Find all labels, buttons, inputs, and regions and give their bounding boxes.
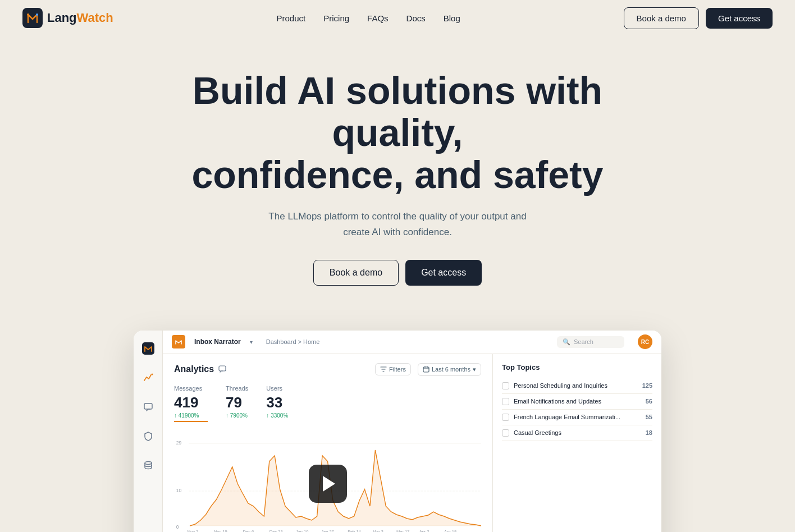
nav-product[interactable]: Product (277, 13, 306, 23)
svg-point-2 (36, 13, 38, 16)
hero-actions: Book a demo Get access (22, 260, 773, 286)
x-label-mar3: Mar 3 (373, 529, 383, 532)
x-label-apr2: Apr 2 (419, 529, 430, 532)
stats-row: Messages 419 ↑ 41900% Threads 79 ↑ 7900%… (174, 385, 481, 422)
x-label-mar17: Mar 17 (396, 529, 409, 532)
topbar-search[interactable]: 🔍 Search (557, 336, 624, 348)
nav-book-demo-button[interactable]: Book a demo (624, 7, 699, 29)
topic-count-2: 56 (646, 398, 652, 405)
x-label-apr18: Apr 18 (444, 529, 456, 532)
hero-headline: Build AI solutions with quality, confide… (173, 70, 622, 195)
nav-pricing[interactable]: Pricing (323, 13, 349, 23)
nav-get-access-button[interactable]: Get access (706, 8, 773, 29)
svg-rect-5 (144, 403, 152, 409)
analytics-controls: Filters Last 6 months ▾ (375, 363, 481, 376)
hero-subtext: The LLMops platform to control the quali… (263, 209, 532, 239)
date-range-button[interactable]: Last 6 months ▾ (418, 363, 481, 376)
topic-checkbox-4[interactable] (502, 429, 509, 437)
hero-section: Build AI solutions with quality, confide… (0, 36, 795, 308)
dashboard-main: Inbox Narrator ▾ Dashboard > Home 🔍 Sear… (163, 331, 661, 532)
topic-count-3: 55 (646, 414, 652, 420)
x-label-jan10: Jan 10 (296, 529, 309, 532)
dashboard-preview: Inbox Narrator ▾ Dashboard > Home 🔍 Sear… (122, 331, 673, 532)
x-label-nov2: Nov 2 (188, 529, 199, 532)
stat-users: Users 33 ↑ 3300% (266, 385, 288, 422)
topbar-logo (172, 335, 185, 348)
topic-name-4: Casual Greetings (514, 429, 561, 436)
x-label-jan27: Jan 27 (321, 529, 334, 532)
sidebar-logo-icon (139, 340, 157, 357)
analytics-title: Analytics (174, 364, 226, 374)
topic-name-2: Email Notifications and Updates (514, 398, 601, 405)
svg-rect-8 (219, 366, 226, 371)
nav-blog[interactable]: Blog (444, 13, 460, 23)
y-label-10: 10 (176, 488, 182, 493)
topbar-brand: Inbox Narrator (194, 338, 241, 346)
svg-rect-9 (423, 367, 429, 372)
topic-left-2: Email Notifications and Updates (502, 398, 601, 405)
chart-area: 29 10 0 Nov 2 (174, 433, 481, 532)
topic-left-1: Personal Scheduling and Inquiries (502, 382, 607, 389)
x-label-dec23: Dec 23 (269, 529, 283, 532)
nav-actions: Book a demo Get access (624, 7, 773, 29)
logo-icon (22, 8, 43, 28)
analytics-header: Analytics Filters (174, 363, 481, 376)
y-label-0: 0 (176, 524, 179, 530)
svg-point-1 (27, 13, 29, 16)
topic-item-2: Email Notifications and Updates 56 (502, 394, 652, 410)
topic-name-1: Personal Scheduling and Inquiries (514, 382, 607, 389)
topic-item-4: Casual Greetings 18 (502, 425, 652, 441)
svg-point-6 (145, 461, 152, 464)
dashboard-topbar: Inbox Narrator ▾ Dashboard > Home 🔍 Sear… (163, 331, 661, 354)
x-label-feb14: Feb 14 (348, 529, 361, 532)
play-button[interactable] (309, 465, 347, 503)
topbar-chevron-icon: ▾ (250, 339, 253, 345)
topic-checkbox-1[interactable] (502, 382, 509, 389)
hero-get-access-button[interactable]: Get access (405, 260, 482, 286)
y-label-29: 29 (176, 440, 182, 446)
nav-links: Product Pricing FAQs Docs Blog (277, 13, 460, 23)
sidebar-database-icon[interactable] (139, 456, 157, 474)
stat-threads: Threads 79 ↑ 7900% (226, 385, 248, 422)
logo[interactable]: LangWatch (22, 8, 113, 28)
topic-item-3: French Language Email Summarizati... 55 (502, 410, 652, 425)
hero-book-demo-button[interactable]: Book a demo (313, 260, 399, 286)
nav-docs[interactable]: Docs (406, 13, 426, 23)
x-label-dec6: Dec 6 (243, 529, 254, 532)
sidebar-messages-icon[interactable] (139, 398, 157, 416)
dashboard-wrapper: Inbox Narrator ▾ Dashboard > Home 🔍 Sear… (134, 331, 661, 532)
svg-rect-0 (22, 8, 43, 28)
topic-checkbox-2[interactable] (502, 398, 509, 405)
play-triangle-icon (323, 476, 335, 492)
topic-checkbox-3[interactable] (502, 414, 509, 421)
date-chevron-icon: ▾ (473, 366, 476, 373)
navbar: LangWatch Product Pricing FAQs Docs Blog… (0, 0, 795, 36)
topbar-avatar: RC (638, 334, 652, 349)
topic-count-4: 18 (646, 429, 652, 436)
analytics-panel: Analytics Filters (163, 354, 493, 532)
svg-point-4 (151, 373, 153, 375)
calendar-icon (423, 366, 430, 373)
topbar-breadcrumb: Dashboard > Home (266, 338, 320, 345)
search-icon: 🔍 (563, 338, 570, 346)
logo-text: LangWatch (47, 11, 113, 25)
sidebar-shield-icon[interactable] (139, 427, 157, 445)
nav-faqs[interactable]: FAQs (367, 13, 389, 23)
filters-button[interactable]: Filters (375, 363, 411, 375)
topic-count-1: 125 (642, 382, 652, 389)
right-panel: Top Topics Personal Scheduling and Inqui… (493, 354, 661, 532)
topic-left-3: French Language Email Summarizati... (502, 414, 620, 421)
stat-underline (174, 421, 208, 422)
analytics-comment-icon (218, 365, 226, 373)
filter-icon (380, 366, 387, 373)
dashboard-sidebar (134, 331, 163, 532)
dashboard-content: Analytics Filters (163, 354, 661, 532)
topic-item-1: Personal Scheduling and Inquiries 125 (502, 378, 652, 394)
svg-rect-3 (142, 342, 154, 355)
topic-left-4: Casual Greetings (502, 429, 561, 437)
top-topics-title: Top Topics (502, 363, 652, 372)
topic-name-3: French Language Email Summarizati... (514, 414, 620, 420)
sidebar-analytics-icon[interactable] (139, 369, 157, 387)
x-label-nov19: Nov 19 (214, 529, 227, 532)
stat-messages: Messages 419 ↑ 41900% (174, 385, 208, 422)
